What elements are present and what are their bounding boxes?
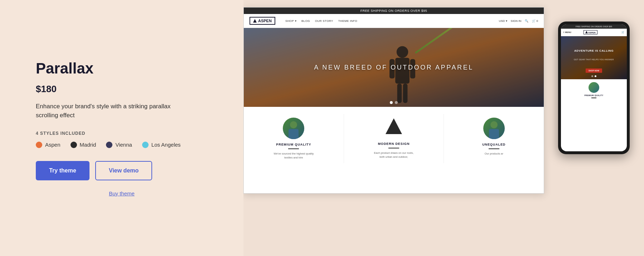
mobile-cta-button[interactable]: SHOP NOW (586, 68, 602, 73)
nav-theme-info[interactable]: THEME INFO (338, 19, 357, 23)
store-topbar: FREE SHIPPING ON ORDERS OVER $95 (244, 8, 544, 14)
mobile-dot-2[interactable] (595, 75, 596, 77)
los-angeles-dot (142, 142, 149, 148)
mobile-menu-label: MENU (565, 31, 571, 33)
mobile-feature-premium: PREMIUM QUALITY (562, 82, 625, 99)
logo-triangle-icon (253, 19, 257, 23)
los-angeles-label: Los Angeles (151, 142, 181, 148)
svg-point-1 (397, 46, 408, 58)
svg-point-7 (290, 121, 297, 128)
mobile-circle-icon (589, 82, 599, 93)
cart-icon[interactable]: 🛒 0 (532, 19, 538, 23)
mobile-hero-sub: GET GEAR THAT HELPS YOU ANSWER (561, 58, 627, 61)
vienna-dot (106, 142, 112, 148)
unequaled-circle-icon (483, 118, 505, 139)
hero-dot-2[interactable] (395, 101, 398, 104)
style-option-los-angeles[interactable]: Los Angeles (142, 142, 181, 148)
nav-shop[interactable]: SHOP ▾ (285, 19, 296, 23)
mobile-hero-dots (591, 75, 596, 77)
aspen-dot (36, 142, 42, 148)
logo-text: ASPEN (258, 19, 272, 23)
mobile-logo-triangle-icon (585, 31, 588, 33)
mobile-features: PREMIUM QUALITY (561, 79, 627, 102)
nav-links: SHOP ▾ BLOG OUR STORY THEME INFO (285, 19, 357, 23)
mobile-menu-icon[interactable]: ≡ MENU (563, 31, 571, 33)
mobile-feat-name: PREMIUM QUALITY (585, 94, 604, 96)
unequaled-text: Our products ar (485, 152, 503, 156)
features-section: PREMIUM QUALITY We've sourced the highes… (244, 107, 544, 170)
unequaled-divider (489, 148, 499, 149)
mobile-hero: ADVENTURE IS CALLING GET GEAR THAT HELPS… (561, 36, 627, 79)
mobile-hero-overlay (561, 36, 627, 79)
hero-dot-1[interactable] (390, 101, 393, 104)
person-circle-icon (283, 118, 304, 139)
feature-modern-design: MODERN DESIGN Each product draws on our … (344, 114, 444, 163)
svg-marker-0 (253, 19, 257, 23)
hero-dots (390, 101, 398, 104)
mobile-feat-divider (591, 98, 596, 98)
svg-marker-12 (585, 31, 588, 33)
mobile-logo-text: ASPEN (588, 32, 596, 34)
svg-rect-6 (403, 84, 408, 103)
premium-quality-label: PREMIUM QUALITY (276, 143, 311, 146)
madrid-label: Madrid (80, 142, 96, 148)
style-option-vienna[interactable]: Vienna (106, 142, 132, 148)
try-theme-button[interactable]: Try theme (36, 161, 89, 180)
unequaled-circle-svg (483, 118, 505, 139)
mobile-topbar: FREE SHIPPING ON ORDERS OVER $95 (561, 24, 627, 29)
nav-usd[interactable]: USD ▾ (499, 19, 507, 23)
mobile-cart-icon[interactable]: 🛒 (621, 31, 625, 34)
svg-rect-8 (289, 129, 299, 139)
svg-rect-11 (489, 129, 499, 139)
style-option-madrid[interactable]: Madrid (71, 142, 96, 148)
svg-point-10 (490, 121, 498, 128)
modern-design-text: Each product draws on our roots, both ur… (372, 151, 415, 159)
person-in-circle-svg (283, 118, 304, 139)
mobile-preview: FREE SHIPPING ON ORDERS OVER $95 ≡ MENU … (558, 22, 630, 154)
store-nav: ASPEN SHOP ▾ BLOG OUR STORY THEME INFO U… (244, 14, 544, 28)
modern-design-label: MODERN DESIGN (378, 142, 410, 146)
mobile-dot-1[interactable] (591, 75, 593, 77)
style-option-aspen[interactable]: Aspen (36, 142, 60, 148)
modern-design-icon (385, 118, 403, 138)
feature-premium-quality: PREMIUM QUALITY We've sourced the highes… (244, 114, 344, 163)
unequaled-icon (483, 118, 505, 139)
svg-marker-9 (386, 118, 402, 134)
hero-text: A NEW BREED OF OUTDOOR APPAREL (314, 64, 474, 71)
nav-sign-in[interactable]: SIGN IN (511, 19, 522, 23)
premium-quality-text: We've sourced the highest quality textil… (272, 152, 315, 160)
left-panel: Parallax $180 Enhance your brand's style… (0, 0, 243, 256)
madrid-dot (71, 142, 77, 148)
view-demo-button[interactable]: View demo (95, 161, 152, 180)
mobile-screen: FREE SHIPPING ON ORDERS OVER $95 ≡ MENU … (561, 24, 627, 151)
triangle-svg (385, 118, 403, 135)
styles-label: 4 STYLES INCLUDED (36, 131, 208, 136)
nav-our-story[interactable]: OUR STORY (315, 19, 333, 23)
nav-right: USD ▾ SIGN IN 🔍 🛒 0 (499, 19, 538, 23)
mobile-hero-text: ADVENTURE IS CALLING (561, 49, 627, 52)
buy-theme-link[interactable]: Buy theme (36, 190, 208, 196)
modern-design-divider (388, 148, 399, 148)
theme-title: Parallax (36, 60, 208, 77)
desktop-preview: FREE SHIPPING ON ORDERS OVER $95 ASPEN S… (243, 7, 544, 194)
unequaled-label: UNEQUALED (482, 143, 505, 146)
theme-price: $180 (36, 84, 208, 95)
nav-blog[interactable]: BLOG (301, 19, 310, 23)
hero-area: A NEW BREED OF OUTDOOR APPAREL (244, 28, 544, 107)
premium-quality-icon (283, 118, 304, 139)
vienna-label: Vienna (115, 142, 132, 148)
theme-description: Enhance your brand's style with a striki… (36, 102, 179, 120)
store-logo: ASPEN (250, 17, 275, 25)
search-icon[interactable]: 🔍 (525, 19, 528, 23)
right-panel: FREE SHIPPING ON ORDERS OVER $95 ASPEN S… (243, 0, 644, 256)
feature-unequaled: UNEQUALED Our products ar (444, 114, 544, 163)
premium-quality-divider (288, 148, 299, 149)
style-options-group: Aspen Madrid Vienna Los Angeles (36, 142, 208, 148)
mobile-nav: ≡ MENU ASPEN 🛒 (561, 29, 627, 36)
svg-rect-5 (397, 84, 402, 103)
button-row: Try theme View demo (36, 161, 208, 180)
mobile-logo: ASPEN (584, 30, 597, 34)
aspen-label: Aspen (45, 142, 60, 148)
